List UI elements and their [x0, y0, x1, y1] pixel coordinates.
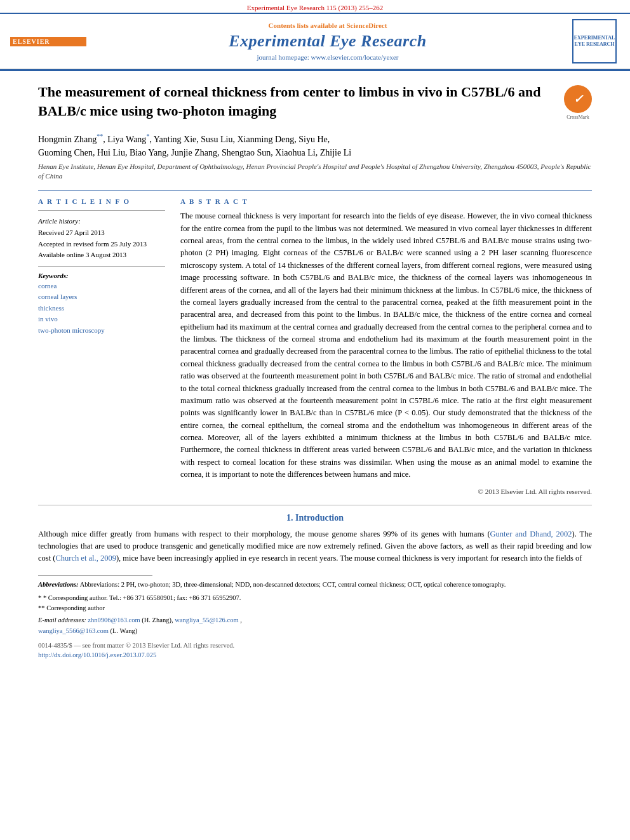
abbreviations-content: Abbreviations: 2 PH, two-photon; 3D, thr…: [80, 581, 506, 588]
email2-name: ,: [240, 617, 242, 623]
star-2: **: [38, 604, 46, 611]
email1-name: (H. Zhang),: [142, 617, 175, 623]
introduction-text: Although mice differ greatly from humans…: [38, 528, 592, 565]
email3-link[interactable]: wangliya_5566@163.com: [38, 627, 109, 634]
abstract-label: A B S T R A C T: [180, 197, 592, 205]
email-text: E-mail addresses: zhn0906@163.com (H. Zh…: [38, 615, 592, 637]
sciencedirect-link: Contents lists available at ScienceDirec…: [86, 22, 569, 29]
article-title-container: The measurement of corneal thickness fro…: [38, 83, 554, 120]
issn-line: 0014-4835/$ — see front matter © 2013 El…: [38, 642, 592, 649]
corresponding1-content: * Corresponding author. Tel.: +86 371 65…: [43, 594, 241, 601]
abstract-column: A B S T R A C T The mouse corneal thickn…: [180, 197, 592, 497]
keywords-separator: [38, 266, 165, 267]
authors-area: Hongmin Zhang**, Liya Wang*, Yanting Xie…: [0, 126, 630, 183]
abstract-paragraph: The mouse corneal thickness is very impo…: [180, 210, 592, 481]
corresponding2-text: ** Corresponding author: [38, 603, 592, 614]
two-column-body: A R T I C L E I N F O Article history: R…: [0, 197, 630, 497]
abbreviations-text: Abbreviations: Abbreviations: 2 PH, two-…: [38, 580, 592, 590]
elsevier-logo-area: ELSEVIER: [10, 37, 86, 46]
email-label: E-mail addresses:: [38, 617, 86, 623]
doi-link[interactable]: http://dx.doi.org/10.1016/j.exer.2013.07…: [38, 651, 156, 658]
journal-reference: Experimental Eye Research 115 (2013) 255…: [247, 4, 383, 11]
crossmark-badge: ✓ CrossMark: [564, 85, 592, 113]
keywords-section: Keywords: cornea corneal layers thicknes…: [38, 266, 165, 337]
footer-notes: Abbreviations: Abbreviations: 2 PH, two-…: [0, 570, 630, 663]
email3-name: (L. Wang): [111, 627, 138, 634]
copyright-line: © 2013 Elsevier Ltd. All rights reserved…: [180, 486, 592, 497]
article-title-area: The measurement of corneal thickness fro…: [0, 71, 630, 126]
keywords-label: Keywords:: [38, 272, 165, 279]
abbreviations-label: Abbreviations:: [38, 581, 79, 588]
introduction-heading: 1. Introduction: [38, 513, 592, 523]
homepage-url[interactable]: www.elsevier.com/locate/yexer: [311, 53, 398, 61]
crossmark-icon: ✓: [564, 85, 592, 113]
thin-blue-separator: [38, 190, 592, 192]
article-info-label: A R T I C L E I N F O: [38, 197, 165, 205]
introduction-section: 1. Introduction Although mice differ gre…: [0, 513, 630, 565]
article-info-column: A R T I C L E I N F O Article history: R…: [38, 197, 165, 497]
journal-logo-area: EXPERIMENTALEYE RESEARCH: [569, 19, 620, 63]
email2-link[interactable]: wangliya_55@126.com: [175, 617, 238, 623]
available-date: Available online 3 August 2013: [38, 250, 165, 261]
journal-logo: EXPERIMENTALEYE RESEARCH: [572, 19, 617, 63]
star-1: *: [38, 594, 43, 601]
author-yanting: Yanting Xie, Susu Liu, Xianming Deng, Si…: [154, 135, 330, 144]
affiliation-line: Henan Eye Institute, Henan Eye Hospital,…: [38, 162, 592, 182]
top-banner: Experimental Eye Research 115 (2013) 255…: [0, 0, 630, 14]
ref-gunter[interactable]: Gunter and Dhand, 2002: [490, 530, 572, 538]
accepted-date: Accepted in revised form 25 July 2013: [38, 239, 165, 250]
corresponding1-text: * * Corresponding author. Tel.: +86 371 …: [38, 593, 592, 604]
keyword-3: thickness: [38, 303, 165, 314]
keyword-4: in vivo: [38, 314, 165, 325]
contents-text: Contents lists available at: [269, 22, 345, 29]
received-date: Received 27 April 2013: [38, 227, 165, 239]
footer-separator: [38, 575, 152, 576]
journal-title: Experimental Eye Research: [86, 32, 569, 51]
bottom-separator: [38, 505, 592, 505]
abstract-text: The mouse corneal thickness is very impo…: [180, 210, 592, 497]
journal-homepage: journal homepage: www.elsevier.com/locat…: [86, 53, 569, 61]
homepage-label: journal homepage:: [257, 53, 309, 61]
author-hongmin: Hongmin Zhang: [38, 135, 97, 144]
article-info-separator: [38, 210, 165, 211]
keyword-5: two-photon microscopy: [38, 325, 165, 337]
crossmark-label: CrossMark: [564, 114, 592, 120]
keyword-2: corneal layers: [38, 291, 165, 303]
journal-header-center: Contents lists available at ScienceDirec…: [86, 22, 569, 61]
authors-line: Hongmin Zhang**, Liya Wang*, Yanting Xie…: [38, 131, 592, 159]
corresponding-author-label: Corresponding author: [46, 604, 105, 611]
author-guoming: Guoming Chen, Hui Liu, Biao Yang, Junjie…: [38, 148, 351, 157]
email1-link[interactable]: zhn0906@163.com: [88, 617, 140, 623]
article-title: The measurement of corneal thickness fro…: [38, 83, 554, 120]
author-sup-1: **: [97, 133, 103, 140]
keyword-1: cornea: [38, 281, 165, 292]
article-info-content: Article history: Received 27 April 2013 …: [38, 216, 165, 260]
ref-church[interactable]: Church et al., 2009: [55, 554, 116, 563]
journal-logo-text: EXPERIMENTALEYE RESEARCH: [574, 35, 615, 47]
elsevier-label: ELSEVIER: [10, 37, 86, 46]
sciencedirect-name[interactable]: ScienceDirect: [346, 22, 387, 29]
doi-line[interactable]: http://dx.doi.org/10.1016/j.exer.2013.07…: [38, 651, 592, 658]
history-label: Article history:: [38, 216, 165, 227]
author-liya: Liya Wang: [107, 135, 146, 144]
journal-header: ELSEVIER Contents lists available at Sci…: [0, 14, 630, 69]
